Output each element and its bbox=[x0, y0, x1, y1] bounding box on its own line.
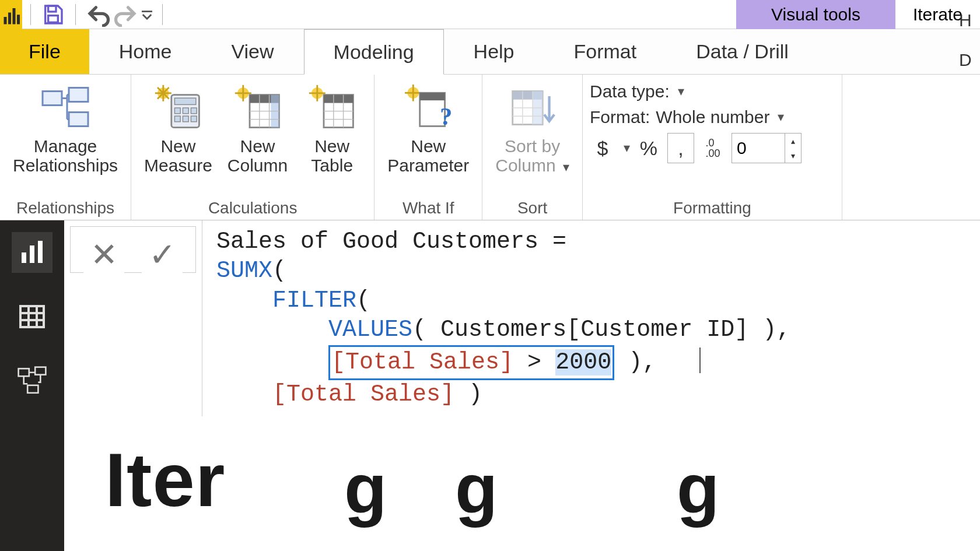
qat-customize-dropdown[interactable] bbox=[140, 1, 154, 29]
svg-text:?: ? bbox=[440, 103, 452, 130]
canvas-text-fragment: g bbox=[455, 448, 498, 528]
chevron-down-icon[interactable]: ▾ bbox=[624, 141, 630, 156]
label: New Measure bbox=[144, 136, 212, 175]
formula-bar: ✕ ✓ Sales of Good Customers = SUMX( FILT… bbox=[64, 220, 980, 401]
svg-rect-20 bbox=[183, 116, 189, 122]
stepper-up[interactable]: ▴ bbox=[785, 134, 801, 148]
svg-rect-62 bbox=[19, 368, 29, 376]
new-parameter-button[interactable]: ? New Parameter bbox=[382, 79, 475, 177]
new-measure-button[interactable]: New Measure bbox=[138, 79, 218, 177]
label: New Parameter bbox=[387, 136, 469, 175]
measure-reference: [Total Sales] bbox=[272, 381, 454, 408]
svg-rect-16 bbox=[175, 108, 181, 114]
decimal-places-icon[interactable]: .0 .00 bbox=[700, 133, 726, 163]
tab-home[interactable]: Home bbox=[89, 29, 202, 74]
format-value[interactable]: Whole number bbox=[656, 107, 769, 127]
label: Manage Relationships bbox=[13, 136, 118, 175]
save-button[interactable] bbox=[39, 1, 67, 29]
main-area: Iter g g g ✕ ✓ Sales of Good Customers =… bbox=[64, 220, 980, 551]
text-cursor bbox=[699, 348, 701, 373]
svg-rect-57 bbox=[20, 306, 44, 327]
ribbon-group-formatting: Data type: ▾ Format: Whole number ▾ $ ▾ … bbox=[583, 75, 842, 220]
percent-button[interactable]: % bbox=[636, 133, 662, 163]
canvas-title-text: Iter bbox=[105, 436, 225, 524]
svg-rect-55 bbox=[30, 245, 34, 263]
group-label: Sort bbox=[489, 196, 575, 219]
svg-rect-15 bbox=[175, 98, 196, 104]
svg-rect-18 bbox=[191, 108, 197, 114]
svg-rect-6 bbox=[43, 92, 62, 106]
label: Sort by Column ▾ bbox=[495, 136, 569, 175]
tab-format[interactable]: Format bbox=[544, 29, 667, 74]
group-label: What If bbox=[382, 196, 475, 219]
svg-rect-19 bbox=[175, 116, 181, 122]
data-view-button[interactable] bbox=[12, 296, 52, 337]
parameter-icon: ? bbox=[402, 82, 454, 134]
model-view-button[interactable] bbox=[12, 360, 52, 401]
svg-rect-45 bbox=[420, 93, 445, 100]
group-label: Relationships bbox=[7, 196, 124, 219]
column-reference: Customers[Customer ID] bbox=[440, 317, 748, 343]
thousands-separator-button[interactable]: , bbox=[667, 133, 694, 163]
svg-rect-5 bbox=[48, 15, 58, 22]
tab-view[interactable]: View bbox=[202, 29, 304, 74]
undo-button[interactable] bbox=[84, 1, 112, 29]
new-column-button[interactable]: New Column bbox=[222, 79, 293, 177]
separator bbox=[75, 4, 76, 25]
svg-rect-3 bbox=[17, 15, 20, 24]
ribbon: Manage Relationships Relationships New M… bbox=[0, 75, 980, 220]
svg-rect-63 bbox=[35, 367, 46, 375]
filter-condition-highlight: [Total Sales] > 2000 bbox=[328, 345, 614, 380]
measure-icon bbox=[153, 82, 202, 134]
redo-button[interactable] bbox=[112, 1, 140, 29]
ribbon-group-calculations: New Measure New Column bbox=[131, 75, 374, 220]
svg-rect-2 bbox=[13, 8, 16, 24]
dax-formula-editor[interactable]: Sales of Good Customers = SUMX( FILTER( … bbox=[202, 220, 980, 416]
svg-rect-1 bbox=[8, 12, 11, 24]
formula-controls: ✕ ✓ bbox=[70, 226, 196, 273]
quick-access-toolbar: Visual tools Iterate bbox=[0, 0, 980, 29]
table-icon bbox=[307, 82, 356, 134]
ribbon-tabs: File Home View Modeling Help Format Data… bbox=[0, 29, 980, 75]
dax-function-values: VALUES bbox=[328, 317, 412, 343]
stepper-down[interactable]: ▾ bbox=[785, 148, 801, 163]
ribbon-group-sort: Sort by Column ▾ Sort bbox=[482, 75, 583, 220]
truncated-ribbon-column: H D bbox=[959, 0, 980, 70]
new-table-button[interactable]: New Table bbox=[297, 79, 367, 177]
decimal-places-input[interactable] bbox=[732, 134, 785, 163]
label: New Column bbox=[228, 136, 288, 175]
dax-function-filter: FILTER bbox=[272, 287, 356, 314]
decimal-places-stepper[interactable]: ▴▾ bbox=[732, 133, 802, 163]
group-label: Formatting bbox=[590, 196, 835, 219]
tab-modeling[interactable]: Modeling bbox=[304, 29, 444, 75]
currency-button[interactable]: $ bbox=[590, 133, 615, 163]
svg-rect-21 bbox=[191, 116, 197, 122]
svg-rect-17 bbox=[183, 108, 189, 114]
separator bbox=[30, 4, 31, 25]
tab-help[interactable]: Help bbox=[444, 29, 544, 74]
manage-relationships-button[interactable]: Manage Relationships bbox=[7, 79, 124, 177]
chevron-down-icon[interactable]: ▾ bbox=[678, 84, 684, 99]
svg-rect-7 bbox=[69, 88, 88, 102]
group-label: Calculations bbox=[138, 196, 367, 219]
sort-by-column-button[interactable]: Sort by Column ▾ bbox=[489, 79, 575, 177]
selected-literal: 2000 bbox=[555, 349, 611, 375]
measure-reference: [Total Sales] bbox=[331, 349, 513, 375]
contextual-tab-visual-tools: Visual tools bbox=[736, 0, 895, 29]
svg-rect-36 bbox=[324, 95, 353, 103]
svg-rect-0 bbox=[4, 17, 7, 24]
data-type-label: Data type: bbox=[590, 82, 670, 101]
sort-icon bbox=[506, 82, 559, 134]
ribbon-group-whatif: ? New Parameter What If bbox=[374, 75, 482, 220]
label: New Table bbox=[311, 136, 353, 175]
chevron-down-icon: ▾ bbox=[563, 160, 569, 174]
tab-data-drill[interactable]: Data / Drill bbox=[666, 29, 818, 74]
commit-formula-button[interactable]: ✓ bbox=[142, 234, 183, 275]
report-view-button[interactable] bbox=[12, 232, 52, 273]
svg-rect-64 bbox=[27, 385, 38, 393]
chevron-down-icon[interactable]: ▾ bbox=[778, 110, 784, 125]
cancel-formula-button[interactable]: ✕ bbox=[83, 234, 124, 275]
svg-rect-8 bbox=[69, 113, 88, 127]
column-icon bbox=[233, 82, 282, 134]
tab-file[interactable]: File bbox=[0, 29, 89, 74]
